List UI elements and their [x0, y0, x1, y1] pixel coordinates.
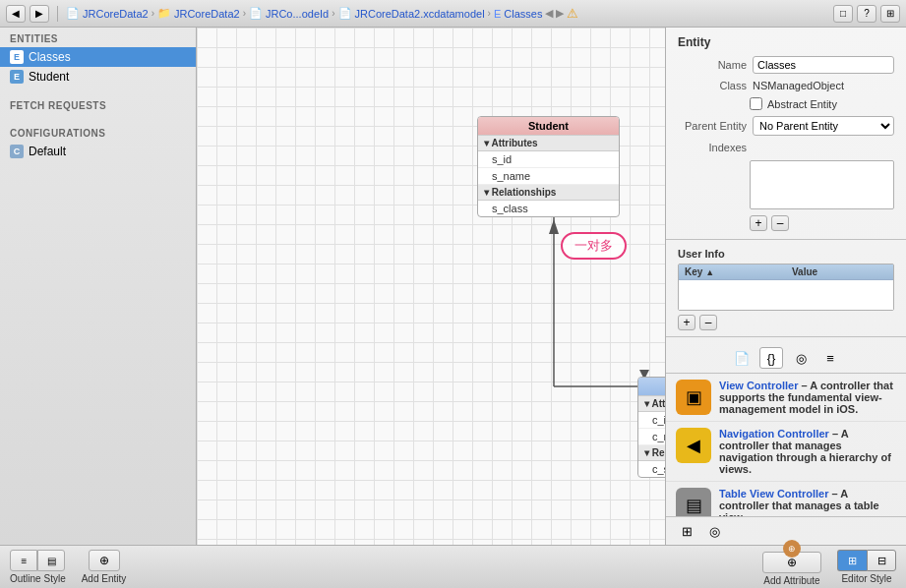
indexes-buttons: + –: [666, 213, 906, 235]
breadcrumb-5[interactable]: Classes: [504, 8, 542, 20]
breadcrumb-3[interactable]: JRCo...odeId: [266, 8, 329, 20]
user-info-remove-btn[interactable]: –: [699, 315, 717, 330]
outline-style-btn-2[interactable]: ▤: [37, 550, 65, 571]
breadcrumb-1[interactable]: JRCoreData2: [83, 8, 149, 20]
back-btn[interactable]: ◀: [6, 5, 26, 23]
table-controller-item[interactable]: ▤ Table View Controller – A controller t…: [666, 482, 906, 516]
divider-1: [666, 239, 906, 240]
user-info-table: Key ▲ Value: [678, 264, 894, 311]
editor-table-btn[interactable]: ⊞: [837, 550, 867, 571]
user-info-title: User Info: [666, 244, 906, 262]
editor-style-group: ⊞ ⊟ Editor Style: [837, 550, 896, 584]
annotation-one-to-many: 一对多: [561, 232, 627, 260]
add-entity-icon: ⊕: [89, 550, 120, 571]
sidebar-item-student[interactable]: E Student: [0, 67, 196, 87]
entity-icon-student: E: [10, 70, 24, 84]
add-attribute-btn[interactable]: ⊕ ⊕ Add Attribute: [762, 548, 821, 586]
entity-section-title: Entity: [666, 28, 906, 53]
breadcrumb-4[interactable]: JRCoreData2.xcdatamodel: [355, 8, 485, 20]
breadcrumb: 📄 JRCoreData2 › 📁 JRCoreData2 › 📄 JRCo..…: [66, 6, 578, 21]
fetch-requests-header: FETCH REQUESTS: [0, 94, 196, 114]
name-row: Name: [666, 53, 906, 77]
view-controller-item[interactable]: ▣ View Controller – A controller that su…: [666, 374, 906, 422]
add-entity-label: Add Entity: [82, 573, 127, 584]
forward-btn[interactable]: ▶: [30, 5, 49, 23]
editor-style-label: Editor Style: [841, 573, 891, 584]
table-controller-name: Table View Controller: [719, 488, 828, 500]
configurations-header: CONFIGURATIONS: [0, 122, 196, 142]
outline-style-group: ≡ ▤ Outline Style: [10, 550, 66, 584]
outline-style-btn-1[interactable]: ≡: [10, 550, 37, 571]
tab-icon-list[interactable]: ≡: [818, 347, 842, 369]
bottom-tab-grid[interactable]: ⊞: [676, 521, 697, 541]
nav-controller-item[interactable]: ◀ Navigation Controller – A controller t…: [666, 422, 906, 482]
class-value: NSManagedObject: [753, 80, 844, 91]
connector-svg: [197, 28, 665, 545]
canvas[interactable]: Student ▾ Attributes s_id s_name ▾ Relat…: [197, 28, 665, 545]
add-attribute-badge: ⊕: [783, 540, 801, 558]
student-rel-s_class: s_class: [478, 201, 619, 216]
classes-entity-header: Classes: [638, 378, 665, 396]
abstract-checkbox[interactable]: [750, 97, 762, 110]
sidebar-item-default[interactable]: C Default: [0, 142, 196, 161]
breadcrumb-sep-3: ›: [332, 8, 334, 19]
tab-icon-code[interactable]: {}: [759, 347, 783, 369]
breadcrumb-sep-2: ›: [243, 8, 246, 19]
name-input[interactable]: [753, 56, 894, 74]
abstract-label: Abstract Entity: [767, 98, 837, 110]
controller-list: ▣ View Controller – A controller that su…: [666, 374, 906, 516]
nav-controller-title: Navigation Controller – A controller tha…: [719, 428, 896, 475]
bottom-toolbar: ≡ ▤ Outline Style ⊕ Add Entity ⊕ ⊕ Add A…: [0, 545, 906, 588]
entities-section-header: ENTITIES: [0, 28, 196, 47]
breadcrumb-2[interactable]: JRCoreData2: [174, 8, 240, 20]
nav-controller-name: Navigation Controller: [719, 428, 829, 440]
abstract-row: Abstract Entity: [666, 94, 906, 113]
classes-attr-c_name: c_name: [638, 429, 665, 445]
sidebar-item-classes[interactable]: E Classes: [0, 47, 196, 67]
right-panel: Entity Name Class NSManagedObject Abstra…: [665, 28, 906, 545]
sidebar-item-classes-label: Classes: [29, 50, 71, 64]
parent-entity-select[interactable]: No Parent Entity: [753, 116, 894, 136]
add-entity-btn[interactable]: ⊕ Add Entity: [82, 550, 127, 584]
entity-icon-default: C: [10, 145, 24, 158]
table-controller-icon: ▤: [676, 488, 711, 516]
table-controller-text: Table View Controller – A controller tha…: [719, 488, 896, 516]
student-relationships-section: ▾ Relationships: [478, 185, 619, 201]
entity-box-student[interactable]: Student ▾ Attributes s_id s_name ▾ Relat…: [477, 116, 620, 217]
view-controller-name: View Controller: [719, 380, 798, 391]
indexes-remove-btn[interactable]: –: [771, 215, 789, 231]
classes-attributes-section: ▾ Attributes: [638, 396, 665, 412]
parent-entity-row: Parent Entity No Parent Entity: [666, 113, 906, 139]
divider-2: [666, 336, 906, 337]
student-attr-s_name: s_name: [478, 168, 619, 185]
indexes-add-btn[interactable]: +: [750, 215, 767, 231]
entity-box-classes[interactable]: Classes ▾ Attributes c_id c_name ▾ Relat…: [637, 377, 665, 478]
table-controller-title: Table View Controller – A controller tha…: [719, 488, 896, 516]
top-toolbar: ◀ ▶ 📄 JRCoreData2 › 📁 JRCoreData2 › 📄 JR…: [0, 0, 906, 28]
breadcrumb-sep-4: ›: [488, 8, 491, 19]
student-attributes-section: ▾ Attributes: [478, 136, 619, 151]
tab-icon-page[interactable]: 📄: [730, 347, 754, 369]
nav-controller-icon: ◀: [676, 428, 711, 463]
file-icon-btn[interactable]: □: [833, 5, 853, 23]
entity-icon-classes: E: [10, 50, 24, 64]
indexes-row: Indexes: [666, 139, 906, 156]
tab-icon-circle[interactable]: ◎: [789, 347, 813, 369]
key-col: Key ▲: [679, 265, 786, 279]
sidebar-item-student-label: Student: [29, 70, 69, 84]
view-controller-icon: ▣: [676, 380, 711, 415]
classes-rel-c_stus: c_stus: [638, 461, 665, 477]
help-btn[interactable]: ?: [857, 5, 876, 23]
student-attr-s_id: s_id: [478, 151, 619, 168]
panel-btn[interactable]: ⊞: [880, 5, 900, 23]
student-entity-header: Student: [478, 117, 619, 136]
add-attribute-label: Add Attribute: [763, 575, 819, 586]
class-label: Class: [678, 80, 747, 91]
indexes-label: Indexes: [678, 142, 747, 153]
name-label: Name: [678, 59, 747, 71]
user-info-header: Key ▲ Value: [679, 265, 893, 280]
classes-attr-c_id: c_id: [638, 412, 665, 429]
editor-graph-btn[interactable]: ⊟: [867, 550, 896, 571]
bottom-tab-circle[interactable]: ◎: [703, 521, 725, 541]
user-info-add-btn[interactable]: +: [678, 315, 695, 330]
